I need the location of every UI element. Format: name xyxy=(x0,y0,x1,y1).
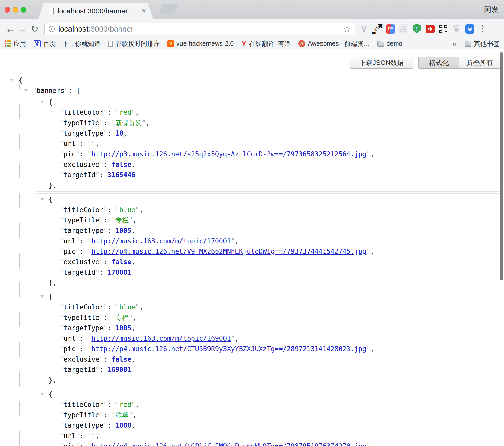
json-link[interactable]: http://p4.music.126.net/V9-MXz6b2MNhEKju… xyxy=(91,248,366,255)
json-property-row: "targetId": 169001 xyxy=(37,365,500,375)
profile-name[interactable]: 阿发 xyxy=(484,0,498,19)
view-mode-segment: 格式化 折叠所有 xyxy=(418,57,500,69)
tab-close-icon[interactable]: × xyxy=(141,3,146,19)
indent-guide xyxy=(33,95,33,446)
vue-devtools-extension-button[interactable]: V xyxy=(357,23,371,35)
youdao-y-icon: Y xyxy=(241,40,246,48)
json-value-number: false xyxy=(111,258,131,266)
json-property-row: "titleColor": "red", xyxy=(37,399,500,410)
browser-menu-button[interactable] xyxy=(478,25,488,33)
apps-grid-icon xyxy=(5,40,11,47)
json-root-row: { xyxy=(0,75,504,85)
json-property-row: "exclusive": false, xyxy=(37,257,500,267)
json-key: targetType xyxy=(64,227,104,234)
paw-extension-button[interactable] xyxy=(450,23,463,35)
json-key: titleColor xyxy=(64,303,104,311)
other-bookmarks[interactable]: 其他书签 xyxy=(465,39,499,48)
json-property-row: "titleColor": "blue", xyxy=(37,205,500,215)
json-key: exclusive xyxy=(64,355,100,363)
json-key: titleColor xyxy=(64,401,104,408)
json-key: pic xyxy=(64,150,76,158)
url-path: :3000/banner xyxy=(88,25,133,33)
json-link[interactable]: http://p4.music.126.net/CTU5B9R9y3XyYBZX… xyxy=(91,345,366,353)
sitemap-extension-button[interactable] xyxy=(397,23,410,35)
collapse-toggle-icon[interactable] xyxy=(40,393,44,395)
solo-extension-button[interactable] xyxy=(463,23,477,35)
json-key: pic xyxy=(64,442,76,446)
json-object-open-row: { xyxy=(37,97,500,107)
json-property-row: "pic": "http://p4.music.126.net/tGPljf-I… xyxy=(37,441,500,446)
json-value-number: 10 xyxy=(115,129,123,137)
shield-t-icon: T xyxy=(413,24,421,34)
close-window-button[interactable] xyxy=(5,7,10,13)
json-value-number: 3165446 xyxy=(107,171,135,179)
json-property-row: "url": "http://music.163.com/m/topic/170… xyxy=(37,236,500,246)
url-text: localhost:3000/banner xyxy=(58,25,133,33)
minimize-window-button[interactable] xyxy=(13,7,18,13)
collapse-toggle-icon[interactable] xyxy=(24,89,28,92)
bookmark-baidu[interactable]: 百度一下，你就知道 xyxy=(34,39,101,48)
bookmark-star-icon[interactable]: ☆ xyxy=(343,24,351,34)
collapse-all-button[interactable]: 折叠所有 xyxy=(459,57,500,68)
bookmark-google-sort[interactable]: 谷歌按时间排序 xyxy=(108,39,160,48)
video-speed-extension-button[interactable] xyxy=(424,23,437,35)
json-key: typeTitle xyxy=(64,314,100,321)
bookmark-vue-hackernews[interactable]: V vue-hackernews-2.0 xyxy=(167,40,234,47)
download-json-button[interactable]: 下载JSON数据 xyxy=(350,57,413,69)
collapse-toggle-icon[interactable] xyxy=(40,198,44,201)
vue-favicon-icon: V xyxy=(167,40,174,47)
json-value-number: false xyxy=(111,355,131,363)
json-property-row: "pic": "http://p4.music.126.net/CTU5B9R9… xyxy=(37,344,500,354)
back-button[interactable]: ← xyxy=(4,24,16,34)
json-link[interactable]: http://p3.music.126.net/s25q2x5QyqsAzilC… xyxy=(91,150,366,158)
collapse-toggle-icon[interactable] xyxy=(10,79,13,81)
json-key: url xyxy=(64,335,76,342)
bookmark-apps[interactable]: 应用 xyxy=(5,39,26,48)
bookmark-awesomes[interactable]: A Awesomes - 前端资… xyxy=(298,39,370,48)
bookmarks-overflow-chevron[interactable]: » xyxy=(452,39,456,48)
json-banners-row: "banners": [ xyxy=(0,85,504,96)
tampermonkey-extension-button[interactable]: T xyxy=(410,23,424,35)
json-property-row: "targetType": 1005, xyxy=(37,323,500,333)
json-key: pic xyxy=(64,345,76,353)
reload-button[interactable]: ↻ xyxy=(29,24,41,34)
json-link[interactable]: http://music.163.com/m/topic/170001 xyxy=(91,237,231,245)
json-value-number: 1005 xyxy=(115,324,131,332)
json-object-open-row: { xyxy=(37,194,500,205)
extension-buttons: V 英 ⇄ en FE T xyxy=(357,23,477,35)
json-property-row: "targetType": 1000, xyxy=(37,420,500,431)
translate-extension-button[interactable]: 英 ⇄ en xyxy=(371,23,384,35)
json-value-string: blue xyxy=(119,206,135,214)
bookmark-demo-folder[interactable]: demo xyxy=(377,40,402,47)
json-link[interactable]: http://music.163.com/m/topic/169001 xyxy=(91,335,231,342)
page-favicon-icon xyxy=(49,8,54,14)
new-tab-button[interactable] xyxy=(158,4,178,14)
json-key: exclusive xyxy=(64,258,100,266)
json-value-string: 歌单 xyxy=(115,411,129,419)
qrcode-extension-button[interactable] xyxy=(437,23,450,35)
json-key: typeTitle xyxy=(64,216,100,224)
collapse-toggle-icon[interactable] xyxy=(40,101,44,103)
browser-toolbar: ← → ↻ i localhost:3000/banner ☆ V 英 ⇄ en… xyxy=(0,19,504,39)
zoom-window-button[interactable] xyxy=(21,7,26,13)
collapse-toggle-icon[interactable] xyxy=(40,295,44,298)
fast-forward-icon xyxy=(426,25,435,33)
folder-icon xyxy=(377,42,384,47)
vertical-scrollbar-thumb[interactable] xyxy=(500,52,503,280)
json-object-open-row: { xyxy=(37,292,500,302)
page-actions: 下载JSON数据 格式化 折叠所有 xyxy=(350,57,500,69)
fehelper-extension-button[interactable]: FE xyxy=(384,23,397,35)
address-bar[interactable]: i localhost:3000/banner ☆ xyxy=(44,23,355,35)
window-controls xyxy=(5,7,26,13)
json-property-row: "targetId": 3165446 xyxy=(37,170,500,180)
tab-title: localhost:3000/banner xyxy=(58,3,128,19)
forward-button[interactable]: → xyxy=(16,24,29,34)
site-info-icon[interactable]: i xyxy=(49,26,55,32)
json-link[interactable]: http://p4.music.126.net/tGPljf-IMOCyPvum… xyxy=(91,442,366,446)
format-button[interactable]: 格式化 xyxy=(419,57,459,68)
json-object-close-row: }, xyxy=(37,278,500,288)
json-key: exclusive xyxy=(64,161,100,168)
browser-tab[interactable]: localhost:3000/banner × xyxy=(38,3,153,19)
bookmark-youdao[interactable]: Y 在线翻译_有道 xyxy=(241,39,291,48)
json-value-string: 专栏 xyxy=(115,216,129,224)
